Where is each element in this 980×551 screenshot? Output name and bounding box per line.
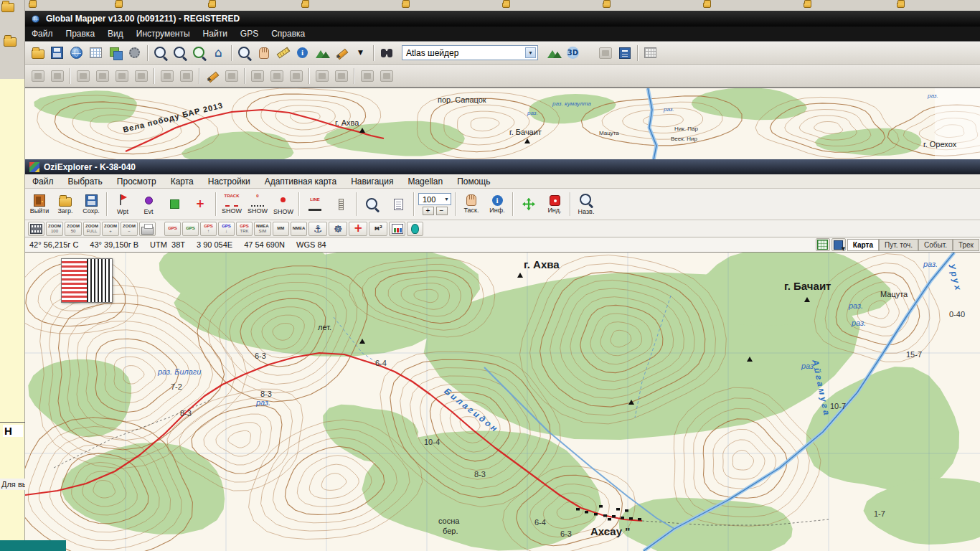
gm-menu-3[interactable]: Вид [101,27,130,40]
helm-button[interactable]: ☸ [329,222,347,236]
save-button[interactable] [47,44,67,62]
event-button[interactable]: Evt [136,189,161,219]
ozi-menu-6[interactable]: Адаптивная карта [258,175,344,188]
gps-wpt-up-button[interactable]: GPS↑ [200,222,217,236]
info-button[interactable]: iИнф. [484,189,510,219]
metadata-button[interactable] [615,44,634,62]
rotate-feature-button[interactable] [286,67,306,85]
print-button[interactable] [139,222,156,236]
options-button[interactable] [125,44,144,62]
ozi-menu-5[interactable]: Настройки [201,175,258,188]
move-feature-button[interactable] [267,67,286,85]
gps-download-button[interactable]: GPS [182,222,199,236]
folder-icon[interactable] [115,2,123,8]
ozi-menu-9[interactable]: Помощь [450,175,497,188]
ozi-menu-7[interactable]: Навигация [344,175,400,188]
gm-titlebar[interactable]: Global Mapper v13.00 (b091211) - REGISTE… [25,11,980,27]
gm-menu-1[interactable]: Файл [25,27,60,40]
grid-toggle-button[interactable] [816,238,830,251]
snap-tool-button[interactable] [222,67,241,85]
zoom-in-button[interactable]: + [151,44,170,62]
feature-info-button[interactable]: i [293,44,312,62]
zoom-in-button[interactable]: ZOOM+ [102,222,119,236]
names-search-button[interactable]: AНазв. [573,189,599,219]
digitizer-tool-button[interactable] [331,44,351,62]
folder-icon[interactable] [402,2,410,8]
folder-icon[interactable] [4,37,17,47]
tab-4[interactable]: Трек [953,239,979,251]
zoom-full-button[interactable]: ZOOMFULL [83,222,100,236]
map-view-button[interactable] [385,189,411,219]
track-show-button[interactable]: TRACKSHOW [219,189,245,219]
download-online-button[interactable] [67,44,86,62]
ozi-map-view[interactable]: г. Ахваг. БачаитМацутараз.раз.раз.0-4015… [25,253,980,551]
zoom-out-button[interactable]: − [170,44,189,62]
folder-icon[interactable] [301,2,309,8]
draw-tool-button[interactable] [202,67,222,85]
pan-arrows-button[interactable] [516,189,542,219]
ozi-menu-3[interactable]: Просмотр [110,175,164,188]
create-area-button[interactable] [112,67,131,85]
map-feature-button[interactable] [161,189,187,219]
more-tools-button[interactable]: ▼ [351,44,370,62]
area-units-button[interactable]: м² [369,222,387,236]
waypoint-button[interactable]: Wpt [110,189,136,219]
folder-icon[interactable] [502,2,510,8]
anchor-alarm-button[interactable]: ⚓ [308,222,327,236]
measure-digitizer-button[interactable] [357,67,377,85]
redo-digitizer-button[interactable] [331,67,351,85]
pan-tool-button[interactable] [254,44,273,62]
tab-2[interactable]: Пут. точ. [879,239,918,251]
gm-map-view[interactable]: пор. Сапацокраз. кумаултаг. Ахваг. Бачаи… [25,88,980,159]
moving-map-button[interactable]: MM [273,222,289,236]
search-button[interactable] [377,44,396,62]
nmea-button[interactable]: NMEA [291,222,308,236]
overview-inset[interactable] [61,258,113,303]
profile-chart-button[interactable] [389,222,405,236]
event-show-button[interactable]: SHOW [270,189,296,219]
folder-icon[interactable] [208,2,216,8]
drag-map-button[interactable]: Таск. [458,189,484,219]
ruler-button[interactable] [328,189,354,219]
create-line-button[interactable] [93,67,112,85]
gm-menu-6[interactable]: GPS [234,27,265,40]
shader-combo[interactable]: Atlas шейдер▼ [402,45,538,60]
folder-icon[interactable] [29,2,37,8]
ozi-titlebar[interactable]: OziExplorer - K-38-040 [25,159,980,174]
add-point-button[interactable]: + [187,189,213,219]
ozi-menu-1[interactable]: Файл [25,175,61,188]
zoom-100-button[interactable]: ZOOM100 [46,222,63,236]
undo-digitizer-button[interactable] [312,67,331,85]
line-tool-button[interactable]: LINE [302,189,328,219]
zoom-minus-button[interactable]: − [436,207,448,215]
gm-menu-7[interactable]: Справка [265,27,311,40]
save-button[interactable]: Сохр. [78,189,104,219]
waypoint-show-button[interactable]: 0SHOW [245,189,270,219]
nmea-sim-button[interactable]: NMEASIM [254,222,271,236]
configure-grid-button[interactable] [641,44,660,62]
ozi-menu-4[interactable]: Карта [164,175,201,188]
folder-icon[interactable] [1,3,14,12]
split-line-button[interactable] [176,67,196,85]
zoom-out-button[interactable]: ZOOM− [121,222,138,236]
indicator-button[interactable]: Инд. [542,189,567,219]
save-view-button[interactable] [831,238,846,251]
zoom-box-button[interactable] [189,44,209,62]
load-button[interactable]: Загр. [52,189,78,219]
create-range-ring-button[interactable] [131,67,151,85]
folder-icon[interactable] [603,2,611,8]
zoom-50-button[interactable]: ZOOM50 [65,222,82,236]
gm-menu-2[interactable]: Правка [60,27,102,40]
open-datafile-button[interactable] [86,44,105,62]
measure-tool-button[interactable] [273,44,293,62]
exit-button[interactable]: Выйти [27,189,52,219]
ozi-menu-8[interactable]: Magellan [400,175,450,188]
mob-button[interactable]: + [349,222,367,236]
tab-3[interactable]: Событ. [918,239,953,251]
open-button[interactable] [28,44,47,62]
gps-wpt-down-button[interactable]: GPS↓ [218,222,235,236]
zoom-tool-button[interactable] [235,44,254,62]
zoom-value[interactable]: 100▼ [418,193,451,205]
path-profile-button[interactable] [312,44,331,62]
map-catalog-button[interactable] [105,44,125,62]
